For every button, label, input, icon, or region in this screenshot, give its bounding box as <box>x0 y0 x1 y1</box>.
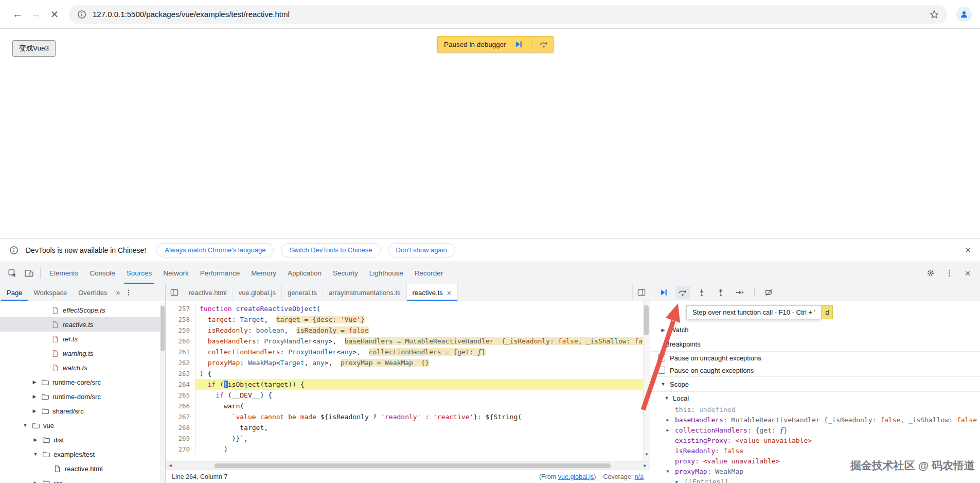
code-line[interactable]: 270 ) <box>166 444 650 455</box>
line-number[interactable]: 262 <box>166 357 195 368</box>
resume-button[interactable] <box>656 286 671 299</box>
step-out-button[interactable] <box>714 286 728 299</box>
scroll-down-arrow[interactable]: ▼ <box>644 449 650 460</box>
chevron-right-icon[interactable]: ▶ <box>665 428 671 433</box>
line-number[interactable]: 264 <box>166 379 195 390</box>
devtools-close-icon[interactable]: × <box>959 268 976 278</box>
code-line[interactable]: 261 collectionHandlers: ProxyHandler<any… <box>166 347 650 357</box>
editor-vertical-scrollbar[interactable]: ▼ <box>643 301 650 461</box>
chevron-right-icon[interactable]: ▶ <box>32 437 39 442</box>
address-bar[interactable]: 127.0.0.1:5500/packages/vue/examples/tes… <box>69 5 947 24</box>
code-line[interactable]: 266 warn( <box>166 401 650 411</box>
forward-button[interactable]: → <box>27 5 45 24</box>
code-editor[interactable]: 257function createReactiveObject(258 tar… <box>166 301 650 461</box>
navigator-tab-workspace[interactable]: Workspace <box>28 284 73 301</box>
scope-local-header[interactable]: ▼Local <box>650 392 980 404</box>
tab-network[interactable]: Network <box>157 262 194 284</box>
stop-reload-button[interactable]: ✕ <box>45 5 64 24</box>
more-options-icon[interactable] <box>941 269 957 277</box>
notice-action-button[interactable]: Switch DevTools to Chinese <box>281 243 380 257</box>
file-tree-item[interactable]: effectScope.ts <box>0 303 165 317</box>
breakpoint-option[interactable]: Pause on uncaught exceptions <box>650 352 980 364</box>
toggle-navigator-icon[interactable] <box>166 284 183 301</box>
breakpoints-section-header[interactable]: Breakpoints <box>650 337 980 352</box>
file-tree-item[interactable]: ▶shared/src <box>0 404 165 418</box>
deactivate-breakpoints-button[interactable] <box>762 286 776 299</box>
file-tree-item[interactable]: ▶runtime-core/src <box>0 375 165 389</box>
editor-tab[interactable]: reactive.html <box>183 284 233 301</box>
checkbox[interactable] <box>658 354 665 361</box>
coverage-link[interactable]: n/a <box>635 473 644 480</box>
settings-gear-icon[interactable] <box>922 269 939 277</box>
scope-entry[interactable]: ▶baseHandlers: MutableReactiveHandler {_… <box>650 415 980 425</box>
file-tree-item[interactable]: reactive.html <box>0 461 165 476</box>
step-over-button[interactable] <box>675 286 690 299</box>
line-number[interactable]: 266 <box>166 401 195 411</box>
tab-application[interactable]: Application <box>282 262 327 284</box>
tab-lighthouse[interactable]: Lighthouse <box>364 262 409 284</box>
tab-security[interactable]: Security <box>327 262 364 284</box>
scope-entry[interactable]: existingProxy: <value unavailable> <box>650 435 980 445</box>
line-number[interactable]: 263 <box>166 368 195 379</box>
notice-action-button[interactable]: Always match Chrome's language <box>156 243 274 257</box>
scope-entry[interactable]: isReadonly: false <box>650 445 980 456</box>
scope-entry[interactable]: ▶collectionHandlers: {get: ƒ} <box>650 425 980 435</box>
file-tree-item[interactable]: ▶src <box>0 476 165 483</box>
step-button[interactable] <box>733 286 747 299</box>
notice-close-icon[interactable]: × <box>965 245 971 255</box>
code-line[interactable]: 267 `value cannot be made ${isReadonly ?… <box>166 411 650 422</box>
code-line[interactable]: 257function createReactiveObject( <box>166 303 650 314</box>
chevron-right-icon[interactable]: ▶ <box>665 418 671 422</box>
editor-tab[interactable]: general.ts <box>282 284 323 301</box>
code-line[interactable]: 268 target, <box>166 422 650 433</box>
file-tree-item[interactable]: ▶runtime-dom/src <box>0 389 165 404</box>
line-number[interactable]: 270 <box>166 444 195 455</box>
chevron-right-icon[interactable]: ▶ <box>660 327 666 333</box>
code-line[interactable]: 263) { <box>166 368 650 379</box>
chevron-down-icon[interactable]: ▼ <box>660 382 666 387</box>
line-number[interactable]: 259 <box>166 325 195 336</box>
line-number[interactable]: 265 <box>166 390 195 401</box>
file-tree-item[interactable]: ▼examples/test <box>0 447 165 461</box>
site-info-icon[interactable] <box>77 10 86 19</box>
notice-action-button[interactable]: Don't show again <box>388 243 455 257</box>
line-number[interactable]: 267 <box>166 411 195 422</box>
step-into-button[interactable] <box>694 286 709 299</box>
file-tree-item[interactable]: reactive.ts <box>0 317 165 332</box>
close-tab-icon[interactable]: × <box>447 289 452 297</box>
editor-tab[interactable]: arrayInstrumentations.ts <box>323 284 406 301</box>
code-line[interactable]: 262 proxyMap: WeakMap<Target, any>, prox… <box>166 357 650 368</box>
line-number[interactable]: 269 <box>166 433 195 444</box>
navigator-tab-overrides[interactable]: Overrides <box>73 284 113 301</box>
horizontal-scroll-thumb[interactable] <box>215 463 611 468</box>
navigator-scrollbar[interactable] <box>160 303 165 483</box>
toggle-debugger-pane-icon[interactable] <box>632 284 650 301</box>
editor-tab[interactable]: vue.global.js <box>233 284 282 301</box>
code-line[interactable]: 265 if (__DEV__) { <box>166 390 650 401</box>
mapped-from-link[interactable]: vue.global.js <box>558 473 594 480</box>
code-line[interactable]: 260 baseHandlers: ProxyHandler<any>, bas… <box>166 336 650 347</box>
code-line[interactable]: 269 )}`, <box>166 433 650 444</box>
chevron-down-icon[interactable]: ▼ <box>665 469 671 474</box>
line-number[interactable]: 268 <box>166 422 195 433</box>
tab-sources[interactable]: Sources <box>121 262 158 284</box>
checkbox[interactable] <box>658 367 665 374</box>
chevron-right-icon[interactable]: ▶ <box>31 380 38 385</box>
editor-tab[interactable]: reactive.ts× <box>407 284 458 301</box>
chevron-down-icon[interactable]: ▼ <box>664 395 670 401</box>
scope-entry[interactable]: this: undefined <box>650 404 980 415</box>
code-line[interactable]: 258 target: Target, target = {desc: 'Vue… <box>166 314 650 325</box>
line-number[interactable]: 258 <box>166 314 195 325</box>
profile-avatar[interactable] <box>956 7 972 22</box>
chevron-down-icon[interactable]: ▼ <box>32 452 39 457</box>
tab-recorder[interactable]: Recorder <box>409 262 449 284</box>
banner-step-over-icon[interactable] <box>537 38 551 51</box>
scroll-right-arrow[interactable]: ► <box>640 461 650 470</box>
chevron-down-icon[interactable]: ▼ <box>22 423 28 428</box>
file-tree-item[interactable]: ref.ts <box>0 332 165 346</box>
code-line[interactable]: 259 isReadonly: boolean, isReadonly = fa… <box>166 325 650 336</box>
file-tree-item[interactable]: ▶dist <box>0 433 165 447</box>
back-button[interactable]: ← <box>8 5 27 24</box>
watch-section-header[interactable]: ▶Watch <box>650 323 980 337</box>
device-toolbar-icon[interactable] <box>21 262 37 284</box>
